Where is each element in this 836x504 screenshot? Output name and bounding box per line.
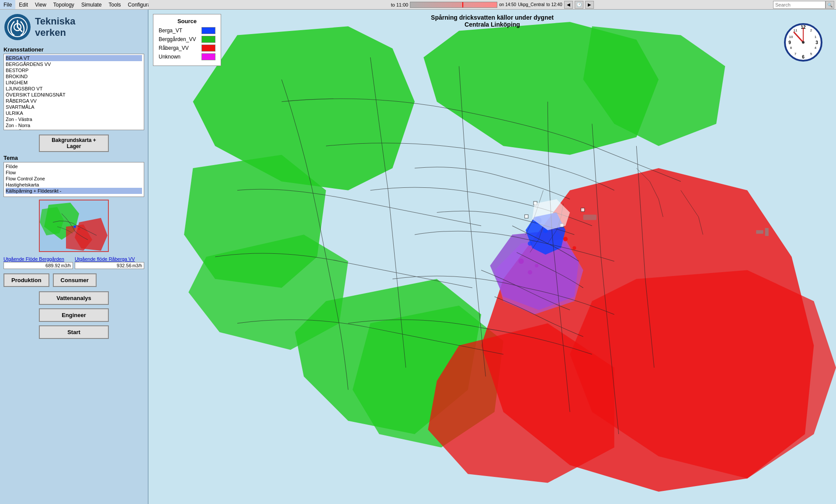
start-row: Start (0, 324, 148, 341)
main-map-svg[interactable] (149, 10, 836, 504)
legend-color-swatch (201, 45, 215, 52)
timeline-right-label: to 12:40 (546, 2, 562, 7)
legend-color-swatch (201, 27, 215, 34)
tema-item[interactable]: Flow Control Zone (6, 176, 142, 182)
svg-point-24 (802, 41, 805, 44)
logo-text: Tekniska verken (35, 16, 76, 39)
legend-row: Berggården_VV (159, 36, 215, 43)
legend-row: Råberga_VV (159, 45, 215, 52)
krans-item[interactable]: SVARTMÅLA (6, 104, 142, 110)
krans-item[interactable]: Zon - Västra (6, 116, 142, 122)
krans-item[interactable]: BERGGÅRDENS VV (6, 61, 142, 67)
menu-simulate[interactable]: Simulate (78, 0, 105, 9)
legend-row: Berga_VT (159, 27, 215, 34)
menu-view[interactable]: View (31, 0, 50, 9)
timeline-to-label: to 11:00 (391, 2, 408, 7)
svg-text:7: 7 (794, 52, 797, 56)
krans-list[interactable]: BERGA VTBERGGÅRDENS VVBESTORPBROKINDLING… (3, 54, 144, 130)
svg-point-50 (535, 264, 538, 267)
krans-item[interactable]: ÖVERSIKT LEDNINGSNÄT (6, 92, 142, 98)
nav-prev-button[interactable]: ◀ (564, 1, 573, 9)
svg-point-7 (73, 225, 76, 228)
berggarden-flow-value: 689.92 m3/h (3, 262, 73, 269)
tema-section: Tema FlödeFlowFlow Control ZoneHastighet… (0, 155, 148, 197)
raberga-flow-value: 932.56 m3/h (75, 262, 144, 269)
svg-text:4: 4 (815, 46, 817, 50)
engineer-button[interactable]: Engineer (39, 308, 109, 322)
clock-button[interactable]: 🕐 (575, 1, 583, 9)
search-input[interactable] (773, 1, 826, 9)
tema-item[interactable]: Flow (6, 169, 142, 176)
bakgrundskarta-button[interactable]: Bakgrundskarta + Lager (39, 135, 109, 152)
krans-item[interactable]: LINGHEM (6, 79, 142, 86)
minimap[interactable] (39, 200, 109, 252)
svg-point-8 (78, 228, 80, 230)
krans-item[interactable]: Zon - Norra (6, 122, 142, 128)
berggarden-flow-col: Utgående Flöde Berggården 689.92 m3/h (3, 256, 73, 269)
search-button[interactable]: 🔍 (826, 1, 834, 9)
legend-label: Unknown (159, 54, 198, 60)
svg-text:1: 1 (815, 35, 817, 39)
menu-file[interactable]: File (0, 0, 15, 9)
svg-text:10: 10 (789, 35, 793, 39)
krans-item[interactable]: BESTORP (6, 67, 142, 73)
logo-area: Tekniska verken (0, 10, 148, 45)
tema-item[interactable]: Källspårning + Flödesrikt - (6, 188, 142, 194)
flow-section: Utgående Flöde Berggården 689.92 m3/h Ut… (0, 255, 148, 271)
consumer-button[interactable]: Consumer (53, 273, 97, 287)
vattenanalys-row: Vattenanalys (0, 290, 148, 307)
timeline-center-label: Ukpg_Central (518, 2, 545, 7)
produktion-button[interactable]: Produktion (3, 273, 49, 287)
svg-rect-52 (756, 230, 763, 234)
svg-text:9: 9 (788, 40, 791, 45)
vattenanalys-button[interactable]: Vattenanalys (39, 291, 109, 305)
menu-topology[interactable]: Topology (50, 0, 78, 9)
krans-item[interactable]: BROKIND (6, 73, 142, 79)
menu-tools[interactable]: Tools (105, 0, 125, 9)
start-button[interactable]: Start (39, 325, 109, 339)
krans-item[interactable]: RÅBERGA VV (6, 98, 142, 104)
left-panel: Tekniska verken Kransstationer BERGA VTB… (0, 10, 149, 504)
timeline-left-label: on 14:50 (499, 2, 516, 7)
svg-text:2: 2 (810, 28, 812, 32)
legend-color-swatch (201, 36, 215, 43)
svg-rect-54 (583, 215, 597, 220)
tema-item[interactable]: Hastighetskarta (6, 182, 142, 188)
raberga-flow-col: Utgående flöde Råberga VV 932.56 m3/h (75, 256, 144, 269)
nav-next-button[interactable]: ▶ (585, 1, 594, 9)
tema-item[interactable]: Flöde (6, 163, 142, 169)
produktion-consumer-row: Produktion Consumer (0, 271, 148, 290)
legend-label: Berga_VT (159, 28, 198, 34)
raberga-flow-link[interactable]: Utgående flöde Råberga VV (75, 256, 144, 262)
analog-clock: 12 3 6 9 2 1 4 5 7 8 10 11 (784, 23, 823, 62)
menu-edit[interactable]: Edit (15, 0, 31, 9)
svg-rect-53 (765, 228, 769, 236)
svg-point-46 (563, 237, 568, 241)
svg-point-49 (528, 270, 532, 274)
legend-rows: Berga_VT Berggården_VV Råberga_VV Unknow… (159, 27, 215, 60)
krans-item[interactable]: LJUNGSBRO VT (6, 86, 142, 92)
timeline-progress[interactable] (410, 2, 497, 8)
minimap-area (0, 197, 148, 255)
krans-title: Kransstationer (3, 46, 144, 53)
krans-item[interactable]: ULRIKA (6, 110, 142, 116)
tema-title: Tema (3, 155, 144, 161)
krans-item[interactable]: Zon - Östra (6, 128, 142, 130)
timeline-bar: to 11:00 on 14:50 Ukpg_Central to 12:40 … (149, 0, 836, 10)
svg-text:8: 8 (790, 46, 792, 50)
berggarden-flow-link[interactable]: Utgående Flöde Berggården (3, 256, 73, 262)
logo-icon (4, 14, 31, 40)
map-area: Source Berga_VT Berggården_VV Råberga_VV… (149, 10, 836, 504)
legend-row: Unknown (159, 53, 215, 60)
legend-label: Berggården_VV (159, 36, 198, 42)
legend-label: Råberga_VV (159, 45, 198, 51)
svg-rect-42 (581, 208, 584, 211)
legend: Source Berga_VT Berggården_VV Råberga_VV… (153, 14, 221, 66)
svg-point-47 (572, 246, 576, 250)
legend-color-swatch (201, 53, 215, 60)
legend-title: Source (159, 18, 215, 24)
svg-rect-39 (525, 215, 528, 218)
svg-text:6: 6 (802, 55, 805, 59)
tema-list[interactable]: FlödeFlowFlow Control ZoneHastighetskart… (3, 162, 144, 197)
krans-item[interactable]: BERGA VT (6, 55, 142, 61)
